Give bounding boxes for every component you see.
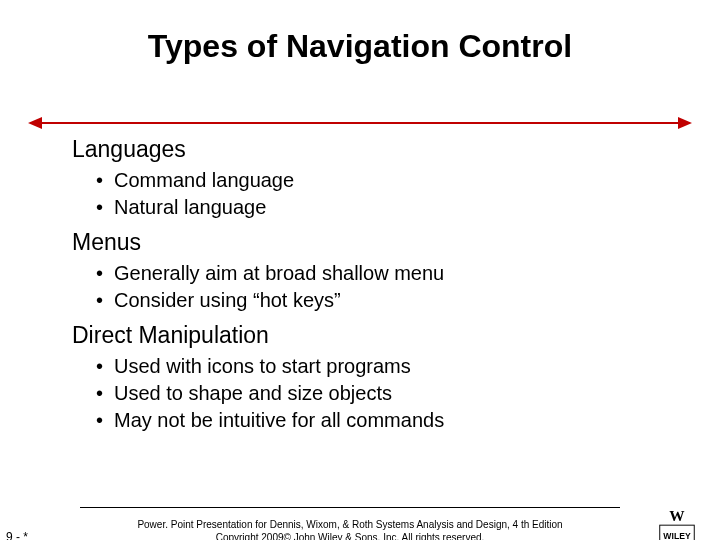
bullet-list: Generally aim at broad shallow menu Cons… bbox=[96, 260, 660, 314]
logo-text: WILEY bbox=[663, 531, 691, 540]
list-item: Command language bbox=[96, 167, 660, 194]
list-item: Natural language bbox=[96, 194, 660, 221]
svg-text:W: W bbox=[669, 507, 685, 524]
list-item: Consider using “hot keys” bbox=[96, 287, 660, 314]
slide-body: Languages Command language Natural langu… bbox=[72, 136, 660, 440]
wiley-logo-icon: W WILEY bbox=[654, 506, 700, 540]
list-item: Used with icons to start programs bbox=[96, 353, 660, 380]
footer-line-1: Power. Point Presentation for Dennis, Wi… bbox=[80, 518, 620, 531]
footer-divider bbox=[80, 507, 620, 508]
arrow-right-icon bbox=[678, 117, 692, 129]
page-number: 9 - * bbox=[6, 530, 28, 540]
section-heading: Menus bbox=[72, 229, 660, 256]
slide-title: Types of Navigation Control bbox=[0, 28, 720, 65]
bullet-list: Command language Natural language bbox=[96, 167, 660, 221]
bullet-list: Used with icons to start programs Used t… bbox=[96, 353, 660, 434]
section-heading: Direct Manipulation bbox=[72, 322, 660, 349]
list-item: May not be intuitive for all commands bbox=[96, 407, 660, 434]
divider-line bbox=[38, 122, 682, 124]
list-item: Used to shape and size objects bbox=[96, 380, 660, 407]
title-divider-arrow bbox=[28, 120, 692, 126]
footer-text: Power. Point Presentation for Dennis, Wi… bbox=[80, 518, 620, 540]
footer-line-2: Copyright 2009© John Wiley & Sons, Inc. … bbox=[80, 531, 620, 540]
slide: Types of Navigation Control Languages Co… bbox=[0, 28, 720, 540]
section-heading: Languages bbox=[72, 136, 660, 163]
list-item: Generally aim at broad shallow menu bbox=[96, 260, 660, 287]
